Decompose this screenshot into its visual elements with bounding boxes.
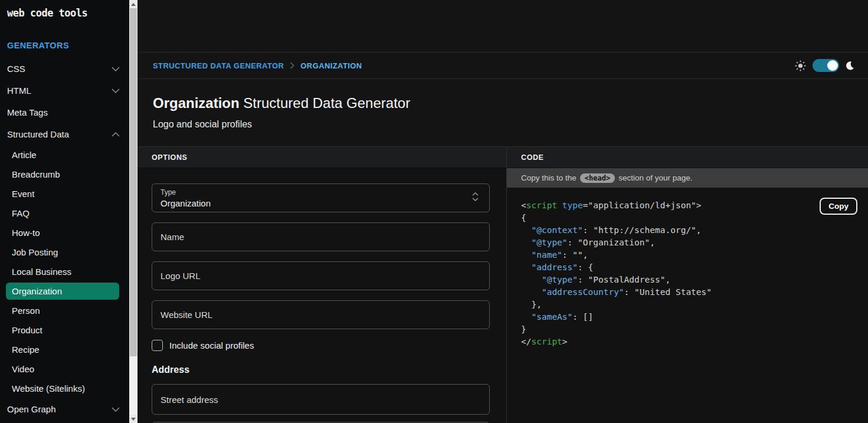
options-form: Type Organization Include social profile… — [137, 168, 506, 423]
breadcrumb: STRUCTURED DATA GENERATOR ORGANIZATION — [153, 61, 362, 70]
name-input[interactable] — [152, 222, 490, 251]
moon-icon — [846, 60, 856, 71]
sidebar-item-job-posting[interactable]: Job Posting — [0, 242, 129, 262]
scroll-up-arrow[interactable] — [129, 0, 137, 8]
copy-button[interactable]: Copy — [820, 198, 857, 215]
sidebar-item-css[interactable]: CSS — [0, 58, 129, 80]
top-band — [137, 0, 868, 52]
options-panel: OPTIONS Type Organization — [137, 147, 506, 423]
code-panel-header: CODE — [507, 147, 868, 168]
type-select[interactable]: Type Organization — [152, 183, 490, 212]
website-url-input[interactable] — [152, 300, 490, 329]
sidebar-item-video[interactable]: Video — [0, 359, 129, 379]
street-address-input[interactable] — [152, 384, 490, 415]
code-panel: CODE Copy this to the <head> section of … — [506, 147, 868, 423]
sidebar-nav: CSS HTML Meta Tags Structured Data Artic… — [0, 58, 129, 420]
sidebar-item-label: CSS — [7, 64, 25, 74]
panels-row: OPTIONS Type Organization — [137, 146, 868, 423]
sidebar: web code tools GENERATORS CSS HTML Meta … — [0, 0, 129, 423]
theme-switcher — [795, 59, 856, 72]
page-title-rest: Structured Data Generator — [240, 95, 410, 111]
sidebar-item-product[interactable]: Product — [0, 320, 129, 340]
sidebar-item-open-graph[interactable]: Open Graph — [0, 398, 129, 420]
app-logo[interactable]: web code tools — [7, 7, 129, 19]
sidebar-scrollbar[interactable] — [129, 0, 137, 423]
address-heading: Address — [152, 365, 492, 375]
include-social-profiles-label[interactable]: Include social profiles — [169, 340, 254, 350]
sidebar-section-generators: GENERATORS — [7, 41, 129, 50]
code-hint-suffix: section of your page. — [618, 173, 692, 182]
social-profiles-row: Include social profiles — [152, 340, 492, 351]
page-subtitle: Logo and social profiles — [153, 119, 868, 130]
title-section: Organization Structured Data Generator L… — [137, 79, 868, 146]
sidebar-item-label: HTML — [7, 86, 31, 96]
breadcrumb-parent-link[interactable]: STRUCTURED DATA GENERATOR — [153, 61, 284, 70]
app-root: web code tools GENERATORS CSS HTML Meta … — [0, 0, 868, 423]
logo-url-input[interactable] — [152, 261, 490, 290]
sidebar-item-html[interactable]: HTML — [0, 80, 129, 101]
dark-mode-toggle[interactable] — [813, 59, 839, 72]
sidebar-item-faq[interactable]: FAQ — [0, 204, 129, 223]
sun-icon — [795, 60, 806, 71]
breadcrumb-current: ORGANIZATION — [300, 61, 362, 70]
code-block: <script type="application/ld+json">{ "@c… — [521, 199, 868, 348]
chevron-down-icon — [112, 88, 120, 93]
main-content: STRUCTURED DATA GENERATOR ORGANIZATION — [137, 0, 868, 423]
chevron-down-icon — [112, 407, 120, 412]
head-tag-badge: <head> — [580, 173, 615, 183]
sidebar-item-breadcrumb[interactable]: Breadcrumb — [0, 165, 129, 184]
scroll-down-arrow[interactable] — [129, 415, 137, 423]
code-hint-bar: Copy this to the <head> section of your … — [507, 168, 868, 188]
sidebar-item-website-sitelinks[interactable]: Website (Sitelinks) — [0, 379, 129, 398]
type-select-value: Organization — [161, 198, 489, 208]
sidebar-item-article[interactable]: Article — [0, 145, 129, 165]
options-panel-header: OPTIONS — [137, 147, 506, 168]
chevron-right-icon — [290, 62, 294, 69]
code-hint-prefix: Copy this to the — [521, 173, 577, 182]
sidebar-item-label: Structured Data — [7, 129, 69, 139]
sidebar-item-label: Open Graph — [7, 404, 56, 414]
page-title: Organization Structured Data Generator — [153, 95, 868, 112]
sidebar-item-organization[interactable]: Organization — [6, 283, 119, 300]
sidebar-item-meta-tags[interactable]: Meta Tags — [0, 101, 129, 123]
chevron-up-icon — [112, 132, 120, 137]
scrollbar-thumb[interactable] — [130, 8, 137, 356]
page-title-bold: Organization — [153, 95, 240, 111]
include-social-profiles-checkbox[interactable] — [152, 340, 163, 351]
sidebar-item-recipe[interactable]: Recipe — [0, 340, 129, 359]
select-updown-icon — [472, 192, 479, 201]
sidebar-item-person[interactable]: Person — [0, 301, 129, 320]
sidebar-item-event[interactable]: Event — [0, 184, 129, 204]
toggle-knob — [827, 60, 838, 71]
sidebar-item-structured-data[interactable]: Structured Data — [0, 123, 129, 145]
sidebar-item-label: Meta Tags — [7, 107, 48, 117]
type-select-label: Type — [161, 188, 489, 196]
sidebar-item-local-business[interactable]: Local Business — [0, 262, 129, 281]
chevron-down-icon — [112, 67, 120, 71]
code-area: <script type="application/ld+json">{ "@c… — [507, 188, 868, 423]
breadcrumb-bar: STRUCTURED DATA GENERATOR ORGANIZATION — [137, 52, 868, 79]
sidebar-item-how-to[interactable]: How-to — [0, 223, 129, 242]
